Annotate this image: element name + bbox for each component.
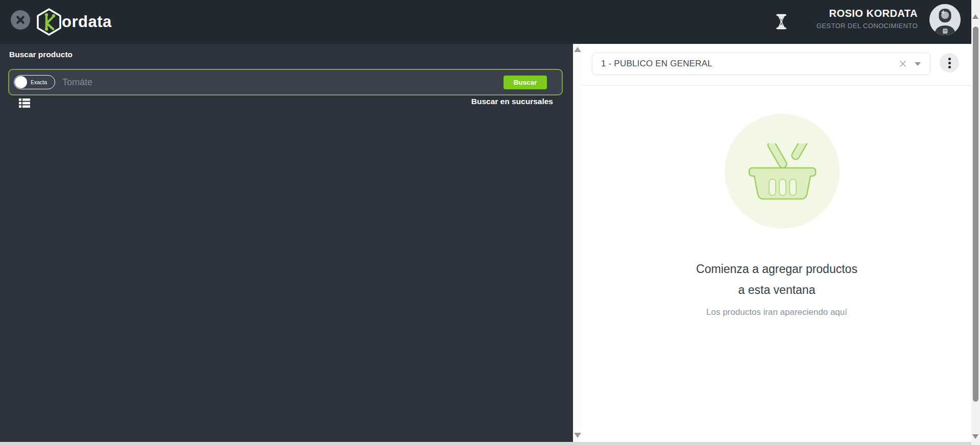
kordata-hexagon-icon bbox=[37, 8, 61, 36]
toggle-label: Exacta bbox=[31, 79, 47, 85]
list-icon[interactable] bbox=[19, 98, 30, 108]
scroll-down-icon[interactable] bbox=[972, 434, 978, 439]
page-scrollbar[interactable] bbox=[971, 0, 980, 445]
empty-state-title-line1: Comienza a agregar productos bbox=[582, 259, 971, 280]
scrollbar-thumb[interactable] bbox=[973, 27, 978, 402]
kebab-menu-icon bbox=[948, 58, 951, 60]
avatar[interactable] bbox=[929, 4, 961, 35]
search-panel-title: Buscar producto bbox=[9, 50, 73, 59]
scroll-down-icon[interactable] bbox=[574, 433, 581, 438]
cart-panel: 1 - PUBLICO EN GENERAL Comi bbox=[582, 44, 971, 442]
close-icon bbox=[16, 15, 25, 24]
avatar-person-icon bbox=[929, 4, 961, 35]
left-panel-scrollbar[interactable] bbox=[573, 44, 582, 442]
search-panel: Buscar producto Exacta Buscar Buscar en … bbox=[0, 44, 573, 442]
clear-icon[interactable] bbox=[899, 60, 906, 67]
product-search-box: Exacta Buscar bbox=[8, 69, 563, 95]
scroll-up-icon[interactable] bbox=[972, 14, 978, 19]
logo-wordmark: ordata bbox=[62, 13, 112, 31]
horizontal-scrollbar-track[interactable] bbox=[0, 442, 980, 445]
close-button[interactable] bbox=[11, 10, 30, 30]
scroll-up-icon[interactable] bbox=[574, 47, 581, 52]
cart-options-button[interactable] bbox=[940, 53, 959, 72]
empty-state-subtitle: Los productos iran apareciendo aquí bbox=[582, 307, 971, 317]
pos-window: ordata ROSIO KORDATA GESTOR DEL CONOCIMI… bbox=[0, 0, 980, 445]
search-branches-link[interactable]: Buscar en sucursales bbox=[471, 97, 553, 106]
search-button[interactable]: Buscar bbox=[504, 76, 547, 89]
basket-icon bbox=[748, 143, 817, 200]
empty-state-title-line2: a esta ventana bbox=[582, 280, 971, 301]
app-header: ordata ROSIO KORDATA GESTOR DEL CONOCIMI… bbox=[0, 0, 980, 44]
customer-select[interactable]: 1 - PUBLICO EN GENERAL bbox=[592, 53, 930, 75]
user-role: GESTOR DEL CONOCIMIENTO bbox=[817, 22, 918, 30]
toggle-knob bbox=[15, 76, 27, 88]
user-info: ROSIO KORDATA GESTOR DEL CONOCIMIENTO bbox=[817, 8, 918, 30]
empty-state-illustration bbox=[725, 114, 840, 229]
cart-divider bbox=[582, 85, 971, 86]
kebab-menu-icon bbox=[948, 66, 951, 68]
kordata-logo[interactable]: ordata bbox=[37, 8, 112, 36]
kebab-menu-icon bbox=[948, 62, 951, 64]
hourglass-icon[interactable] bbox=[775, 13, 787, 30]
user-name: ROSIO KORDATA bbox=[817, 8, 918, 19]
product-search-input[interactable] bbox=[62, 70, 504, 94]
empty-state-title: Comienza a agregar productos a esta vent… bbox=[582, 259, 971, 301]
exact-match-toggle[interactable]: Exacta bbox=[14, 75, 55, 89]
customer-select-value: 1 - PUBLICO EN GENERAL bbox=[601, 59, 899, 69]
chevron-down-icon[interactable] bbox=[915, 62, 921, 66]
